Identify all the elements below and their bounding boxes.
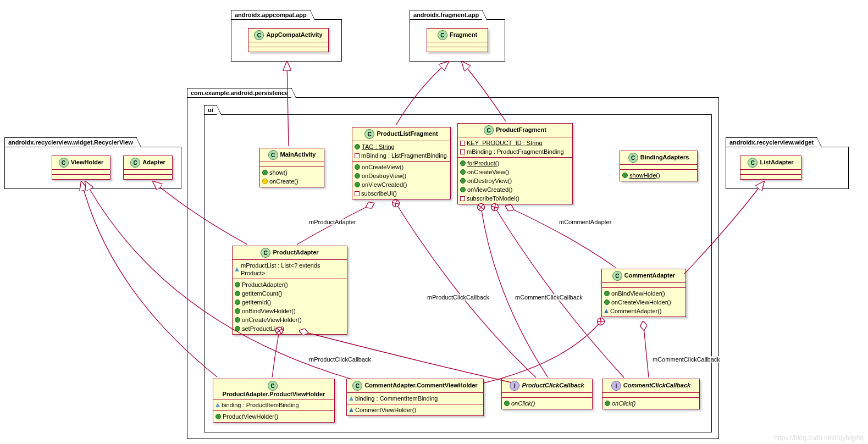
pkg-recycler-widget-tab: androidx.recyclerview.widget xyxy=(726,137,817,147)
op: showHide() xyxy=(629,171,660,179)
class-name: ViewHolder xyxy=(71,159,104,165)
class-type-icon: C xyxy=(748,158,758,168)
vis-public-icon xyxy=(460,178,466,184)
class-name: Fragment xyxy=(450,31,477,38)
vis-public-icon xyxy=(460,169,466,175)
pkg-persistence: com.example.android.persistence ui CMain… xyxy=(187,97,719,439)
vis-public-icon xyxy=(235,317,240,323)
pkg-fragment: androidx.fragment.app CFragment xyxy=(410,19,505,62)
class-name: CommentClickCallback xyxy=(623,382,690,389)
class-type-icon: C xyxy=(364,129,374,139)
attr: TAG : String xyxy=(362,143,395,151)
op: onDestroyView() xyxy=(362,172,406,180)
class-type-icon: C xyxy=(268,381,278,391)
attr: binding : CommentItemBinding xyxy=(355,395,438,402)
vis-protected-icon xyxy=(261,177,269,185)
op: onViewCreated() xyxy=(467,186,512,193)
class-commentviewholder: CCommentAdapter.CommentViewHolder bindin… xyxy=(346,379,484,416)
pkg-recyclerview-widget: androidx.recyclerview.widget CListAdapte… xyxy=(726,147,849,189)
op: onClick() xyxy=(511,399,535,407)
class-type-icon: C xyxy=(352,381,362,391)
label-commentclickcallback1: mCommentClickCallback xyxy=(514,294,584,301)
pkg-appcompat-tab: androidx.appcompat.app xyxy=(231,10,311,19)
op: onViewCreated() xyxy=(362,181,407,188)
class-productclickcallback: IProductClickCallback onClick() xyxy=(501,379,593,409)
op: subscribeUi() xyxy=(361,190,397,197)
pkg-fragment-tab: androidx.fragment.app xyxy=(410,10,483,19)
vis-public-icon xyxy=(460,187,466,192)
class-type-icon: C xyxy=(59,158,69,168)
op: CommentViewHolder() xyxy=(355,406,416,414)
vis-public-icon xyxy=(504,401,510,406)
class-type-icon: C xyxy=(261,248,270,258)
vis-public-icon xyxy=(460,160,466,166)
class-viewholder: CViewHolder xyxy=(52,156,110,180)
op: onCreateView() xyxy=(362,163,403,171)
class-type-icon: C xyxy=(130,158,140,168)
op: ProductViewHolder() xyxy=(223,413,278,420)
vis-public-icon xyxy=(622,173,628,178)
vis-public-icon xyxy=(235,299,240,305)
vis-private-icon xyxy=(460,196,465,201)
class-type-icon: C xyxy=(438,30,447,40)
label-productadapter: mProductAdapter xyxy=(308,219,357,225)
vis-package-icon xyxy=(349,408,353,412)
class-mainactivity: CMainActivity show() onCreate() xyxy=(259,148,324,187)
op: CommentAdapter() xyxy=(610,307,662,315)
vis-public-icon xyxy=(355,182,360,187)
vis-package-icon xyxy=(349,396,353,401)
op: ProductAdapter() xyxy=(242,281,288,288)
op: forProduct() xyxy=(467,159,499,167)
watermark: https://blog.csdn.net/hqyhqyhq xyxy=(774,434,864,442)
class-name: ListAdapter xyxy=(760,159,793,165)
vis-package-icon xyxy=(604,309,609,313)
class-type-icon: C xyxy=(268,150,278,160)
uml-canvas: androidx.appcompat.app CAppCompatActivit… xyxy=(0,0,868,444)
class-productadapter: CProductAdapter mProductList : List<? ex… xyxy=(232,246,347,335)
class-name: Adapter xyxy=(142,159,165,165)
vis-public-icon xyxy=(355,173,360,179)
class-type-icon: C xyxy=(612,271,622,281)
class-name: AppCompatActivity xyxy=(266,31,322,38)
class-type-icon: C xyxy=(254,30,264,40)
op: getItemId() xyxy=(242,298,271,306)
class-productviewholder: CProductAdapter.ProductViewHolder bindin… xyxy=(213,379,335,423)
pkg-appcompat: androidx.appcompat.app CAppCompatActivit… xyxy=(231,19,342,62)
vis-private-icon xyxy=(355,153,360,158)
class-name: MainActivity xyxy=(280,151,316,158)
class-name: BindingAdapters xyxy=(640,154,689,160)
attr: mBinding : ListFragmentBinding xyxy=(361,152,447,159)
class-fragment: CFragment xyxy=(427,28,488,52)
label-commentclickcallback2: mCommentClickCallback xyxy=(651,356,721,363)
pkg-recycler-rv-tab: androidx.recyclerview.widget.RecyclerVie… xyxy=(4,137,137,147)
class-name: ProductAdapter.ProductViewHolder xyxy=(223,391,325,397)
vis-package-icon xyxy=(215,403,220,407)
op: onBindViewHolder() xyxy=(242,307,296,315)
vis-public-icon xyxy=(235,282,240,287)
vis-public-icon xyxy=(604,299,610,305)
class-name: ProductFragment xyxy=(496,126,546,133)
class-adapter: CAdapter xyxy=(123,156,173,180)
vis-public-icon xyxy=(604,291,610,296)
pkg-recyclerview-rv: androidx.recyclerview.widget.RecyclerVie… xyxy=(4,147,181,189)
label-productclickcallback1: mProductClickCallback xyxy=(308,356,372,363)
attr: KEY_PRODUCT_ID : String xyxy=(467,139,543,147)
class-name: CommentAdapter xyxy=(624,272,675,279)
vis-public-icon xyxy=(262,170,268,175)
vis-public-icon xyxy=(355,164,360,170)
op: onBindViewHolder() xyxy=(611,290,665,297)
op: onDestroyView() xyxy=(467,177,512,185)
class-bindingadapters: CBindingAdapters showHide() xyxy=(620,151,698,181)
class-name: CommentAdapter.CommentViewHolder xyxy=(364,382,477,389)
class-type-icon: C xyxy=(484,125,494,135)
op: subscribeToModel() xyxy=(467,195,519,202)
op: onCreate() xyxy=(269,177,298,185)
op: onCreateViewHolder() xyxy=(611,298,671,306)
op: getItemCount() xyxy=(242,290,282,297)
pkg-persistence-tab: com.example.android.persistence xyxy=(187,88,292,97)
class-productlistfragment: CProductListFragment TAG : String mBindi… xyxy=(352,127,451,199)
op: show() xyxy=(269,169,288,176)
vis-public-icon xyxy=(235,291,240,296)
attr: binding : ProductItemBinding xyxy=(222,401,299,409)
class-name: ProductListFragment xyxy=(377,130,438,137)
